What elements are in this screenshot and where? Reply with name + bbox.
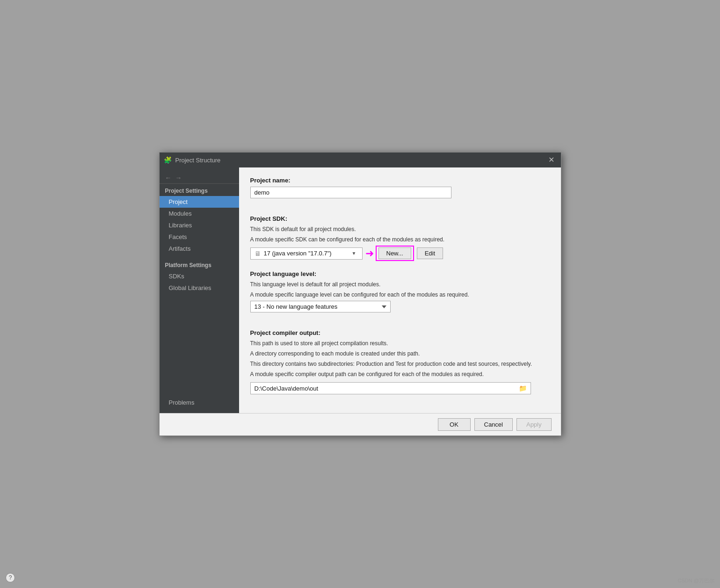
compiler-output-field: 📁 bbox=[250, 382, 531, 394]
sidebar: ← → Project Settings Project Modules Lib… bbox=[160, 167, 239, 413]
dialog-body: ← → Project Settings Project Modules Lib… bbox=[160, 167, 561, 413]
lang-desc2: A module specific language level can be … bbox=[250, 290, 550, 299]
platform-settings-section: Platform Settings bbox=[160, 258, 239, 270]
back-button[interactable]: ← bbox=[165, 174, 172, 181]
sdk-desc2: A module specific SDK can be configured … bbox=[250, 235, 550, 244]
title-bar: 🧩 Project Structure ✕ bbox=[160, 152, 561, 167]
sdk-value: 17 (java version "17.0.7") bbox=[264, 250, 332, 257]
sdk-dropdown-arrow: ▼ bbox=[352, 251, 356, 256]
sidebar-item-artifacts[interactable]: Artifacts bbox=[160, 243, 239, 254]
folder-browse-icon[interactable]: 📁 bbox=[519, 385, 527, 392]
close-button[interactable]: ✕ bbox=[546, 155, 556, 165]
project-sdk-section: Project SDK: This SDK is default for all… bbox=[250, 215, 550, 261]
sdk-dropdown[interactable]: 🖥 17 (java version "17.0.7") ▼ bbox=[250, 247, 363, 260]
project-structure-dialog: 🧩 Project Structure ✕ ← → Project Settin… bbox=[159, 152, 561, 436]
sidebar-problems-section: Problems bbox=[160, 392, 239, 408]
sidebar-item-facets[interactable]: Facets bbox=[160, 231, 239, 243]
cancel-button[interactable]: Cancel bbox=[474, 418, 513, 431]
main-content: Project name: Project SDK: This SDK is d… bbox=[239, 167, 561, 413]
sdk-new-button[interactable]: New... bbox=[378, 247, 411, 259]
compiler-desc1: This path is used to store all project c… bbox=[250, 339, 550, 348]
compiler-output-input[interactable] bbox=[255, 385, 515, 392]
compiler-output-row: 📁 bbox=[250, 382, 550, 394]
sdk-new-highlight: ➜ New... bbox=[365, 246, 414, 261]
project-settings-section: Project Settings bbox=[160, 184, 239, 196]
project-name-input[interactable] bbox=[250, 187, 451, 198]
project-compiler-output-section: Project compiler output: This path is us… bbox=[250, 329, 550, 394]
language-level-select[interactable]: 13 - No new language features 11 - Local… bbox=[250, 301, 391, 312]
ok-button[interactable]: OK bbox=[438, 418, 471, 431]
lang-desc1: This language level is default for all p… bbox=[250, 280, 550, 289]
compiler-output-label: Project compiler output: bbox=[250, 329, 550, 336]
project-name-label: Project name: bbox=[250, 177, 550, 184]
apply-button[interactable]: Apply bbox=[516, 418, 552, 431]
project-language-level-section: Project language level: This language le… bbox=[250, 270, 550, 320]
language-level-label: Project language level: bbox=[250, 270, 550, 277]
sidebar-item-modules[interactable]: Modules bbox=[160, 208, 239, 219]
sidebar-item-problems[interactable]: Problems bbox=[160, 397, 239, 408]
compiler-desc2: A directory corresponding to each module… bbox=[250, 349, 550, 358]
sidebar-item-project[interactable]: Project bbox=[160, 196, 239, 208]
sdk-icon: 🖥 bbox=[255, 250, 261, 257]
dialog-footer: ? OK Cancel Apply CSDN @万巴尔 bbox=[160, 413, 561, 436]
sidebar-item-sdks[interactable]: SDKs bbox=[160, 270, 239, 282]
sdk-new-button-box: New... bbox=[376, 246, 414, 261]
help-button[interactable]: ? bbox=[6, 573, 15, 582]
project-sdk-label: Project SDK: bbox=[250, 215, 550, 222]
annotation-arrow: ➜ bbox=[365, 247, 374, 260]
sdk-row: 🖥 17 (java version "17.0.7") ▼ ➜ New... … bbox=[250, 246, 550, 261]
compiler-desc4: A module specific compiler output path c… bbox=[250, 370, 550, 378]
dialog-title: Project Structure bbox=[175, 157, 221, 164]
watermark: CSDN @万巴尔 bbox=[678, 577, 714, 584]
project-name-section: Project name: bbox=[250, 177, 550, 206]
sdk-edit-button[interactable]: Edit bbox=[417, 247, 443, 259]
forward-button[interactable]: → bbox=[175, 174, 182, 181]
nav-bar: ← → bbox=[160, 172, 239, 184]
compiler-desc3: This directory contains two subdirectori… bbox=[250, 360, 550, 368]
sdk-desc1: This SDK is default for all project modu… bbox=[250, 225, 550, 233]
sidebar-item-global-libraries[interactable]: Global Libraries bbox=[160, 282, 239, 294]
app-icon: 🧩 bbox=[164, 156, 172, 164]
sidebar-item-libraries[interactable]: Libraries bbox=[160, 219, 239, 231]
title-bar-left: 🧩 Project Structure bbox=[164, 156, 221, 164]
